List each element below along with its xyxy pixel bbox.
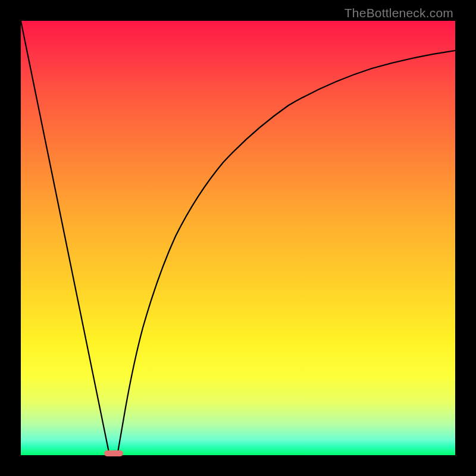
bottleneck-marker [104, 450, 123, 456]
curve-left [21, 21, 109, 452]
watermark-text: TheBottleneck.com [345, 6, 453, 20]
chart-frame: TheBottleneck.com [0, 0, 476, 476]
curve-layer [21, 21, 455, 455]
plot-area [21, 21, 455, 455]
curve-right [118, 51, 455, 452]
